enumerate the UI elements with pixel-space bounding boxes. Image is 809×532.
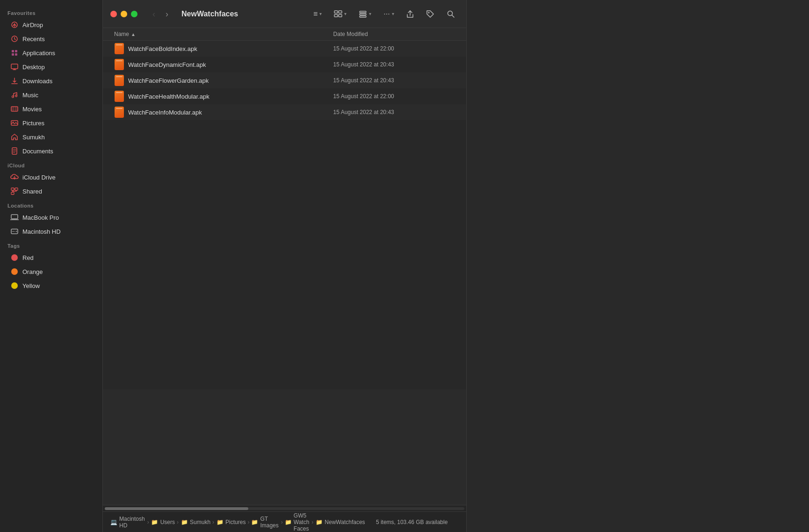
- sidebar-item-pictures[interactable]: Pictures: [3, 116, 100, 129]
- sidebar-item-macbook-pro[interactable]: MacBook Pro: [3, 211, 100, 224]
- tag-button[interactable]: [422, 7, 438, 21]
- file-date-4: 15 August 2022 at 20:43: [333, 109, 455, 115]
- horizontal-scrollbar[interactable]: [103, 505, 466, 511]
- breadcrumb-sep-4: ›: [281, 519, 283, 525]
- table-row[interactable]: WatchFaceHealthModular.apk 15 August 202…: [103, 88, 466, 104]
- svg-rect-34: [339, 11, 342, 13]
- list-view-button[interactable]: ≡ ▾: [310, 7, 325, 21]
- recents-icon: [10, 35, 19, 43]
- breadcrumb-users[interactable]: 📁 Users: [151, 518, 175, 526]
- preview-panel: [466, 0, 809, 532]
- breadcrumb-sep-2: ›: [212, 519, 214, 525]
- desktop-icon: [10, 63, 19, 71]
- minimize-button[interactable]: [121, 11, 127, 17]
- share-button[interactable]: [403, 7, 418, 21]
- sidebar-item-airdrop[interactable]: AirDrop: [3, 18, 100, 31]
- applications-icon: [10, 49, 19, 57]
- home-icon: [10, 133, 19, 141]
- sidebar-item-documents[interactable]: Documents: [3, 144, 100, 158]
- sidebar-item-label-tag-red: Red: [22, 254, 34, 261]
- column-name[interactable]: Name ▲: [114, 31, 333, 37]
- empty-row: [103, 359, 466, 374]
- close-button[interactable]: [110, 11, 117, 17]
- svg-point-40: [428, 12, 429, 13]
- arrange-chevron-icon: ▾: [344, 11, 347, 16]
- sidebar-item-label-icloud-drive: iCloud Drive: [22, 174, 56, 181]
- file-name-3: WatchFaceHealthModular.apk: [128, 93, 333, 100]
- table-row[interactable]: WatchFaceDynamicFont.apk 15 August 2022 …: [103, 57, 466, 72]
- column-date-label: Date Modified: [333, 31, 368, 37]
- breadcrumb-gt-images[interactable]: 📁 GT Images: [251, 516, 279, 529]
- sidebar-item-label-applications: Applications: [22, 50, 55, 57]
- file-name-0: WatchFaceBoldIndex.apk: [128, 45, 333, 52]
- sidebar-item-music[interactable]: Music: [3, 88, 100, 101]
- back-button[interactable]: ‹: [150, 8, 158, 20]
- breadcrumb-gw5-watch-faces[interactable]: 📁 GW5 Watch Faces: [285, 512, 310, 532]
- tag-yellow-dot: [10, 281, 19, 290]
- sidebar-item-downloads[interactable]: Downloads: [3, 74, 100, 87]
- sidebar-item-label-shared: Shared: [22, 188, 42, 195]
- hd-icon: [10, 227, 19, 236]
- breadcrumb-macintosh-hd[interactable]: 💻 Macintosh HD: [110, 516, 145, 529]
- breadcrumb-sep-1: ›: [177, 519, 179, 525]
- svg-rect-25: [11, 188, 14, 190]
- search-button[interactable]: [443, 7, 459, 21]
- empty-row: [103, 270, 466, 285]
- breadcrumb-sep-3: ›: [247, 519, 249, 525]
- sidebar-section-icloud: iCloud: [0, 158, 102, 170]
- group-view-button[interactable]: ▾: [355, 7, 375, 21]
- more-options-button[interactable]: ··· ▾: [380, 7, 397, 21]
- folder-title: NewWatchfaces: [181, 10, 238, 18]
- sidebar-item-macintosh-hd[interactable]: Macintosh HD: [3, 225, 100, 238]
- table-row[interactable]: WatchFaceBoldIndex.apk 15 August 2022 at…: [103, 41, 466, 57]
- sidebar-item-tag-red[interactable]: Red: [3, 251, 100, 264]
- movies-icon: [10, 105, 19, 113]
- sidebar-item-applications[interactable]: Applications: [3, 46, 100, 59]
- gw5-crumb-icon: 📁: [285, 518, 292, 526]
- sidebar-item-tag-orange[interactable]: Orange: [3, 265, 100, 278]
- svg-rect-26: [15, 188, 18, 190]
- column-date-modified[interactable]: Date Modified: [333, 31, 455, 37]
- forward-button[interactable]: ›: [163, 8, 171, 20]
- svg-rect-4: [15, 50, 17, 52]
- sidebar-item-tag-yellow[interactable]: Yellow: [3, 279, 100, 292]
- svg-point-12: [15, 95, 17, 97]
- sidebar-item-label-sumukh: Sumukh: [22, 134, 45, 141]
- file-icon-4: [114, 107, 124, 117]
- file-date-2: 15 August 2022 at 20:43: [333, 77, 455, 84]
- arrange-view-button[interactable]: ▾: [330, 7, 350, 21]
- share-icon: [406, 9, 414, 18]
- scrollbar-thumb[interactable]: [105, 507, 248, 510]
- maximize-button[interactable]: [131, 11, 137, 17]
- sidebar-item-recents[interactable]: Recents: [3, 32, 100, 45]
- file-name-1: WatchFaceDynamicFont.apk: [128, 61, 333, 68]
- breadcrumb-newwatchfaces[interactable]: 📁 NewWatchfaces: [315, 518, 365, 526]
- scrollbar-track: [105, 507, 464, 510]
- empty-row: [103, 180, 466, 195]
- file-name-4: WatchFaceInfoModular.apk: [128, 109, 333, 116]
- empty-row: [103, 315, 466, 330]
- file-name-2: WatchFaceFlowerGarden.apk: [128, 77, 333, 84]
- sidebar-item-label-music: Music: [22, 92, 38, 99]
- sidebar-item-shared[interactable]: Shared: [3, 185, 100, 198]
- column-name-label: Name: [114, 31, 129, 37]
- shared-icon: [10, 187, 19, 195]
- breadcrumb-pictures[interactable]: 📁 Pictures: [216, 518, 246, 526]
- sidebar-item-sumukh[interactable]: Sumukh: [3, 130, 100, 144]
- empty-row: [103, 210, 466, 225]
- svg-point-31: [16, 231, 17, 232]
- sidebar-item-label-pictures: Pictures: [22, 120, 44, 127]
- sidebar-item-movies[interactable]: Movies: [3, 102, 100, 115]
- sidebar-item-desktop[interactable]: Desktop: [3, 60, 100, 73]
- documents-icon: [10, 147, 19, 155]
- empty-row: [103, 165, 466, 180]
- breadcrumb-sep-0: ›: [147, 519, 149, 525]
- breadcrumb-sumukh[interactable]: 📁 Sumukh: [181, 518, 210, 526]
- table-row[interactable]: WatchFaceFlowerGarden.apk 15 August 2022…: [103, 72, 466, 88]
- sidebar-section-favourites: Favourites: [0, 6, 102, 18]
- downloads-icon: [10, 77, 19, 85]
- table-row[interactable]: WatchFaceInfoModular.apk 15 August 2022 …: [103, 104, 466, 120]
- sidebar-item-label-macintosh-hd: Macintosh HD: [22, 228, 61, 235]
- sidebar-item-icloud-drive[interactable]: iCloud Drive: [3, 171, 100, 184]
- empty-row: [103, 255, 466, 270]
